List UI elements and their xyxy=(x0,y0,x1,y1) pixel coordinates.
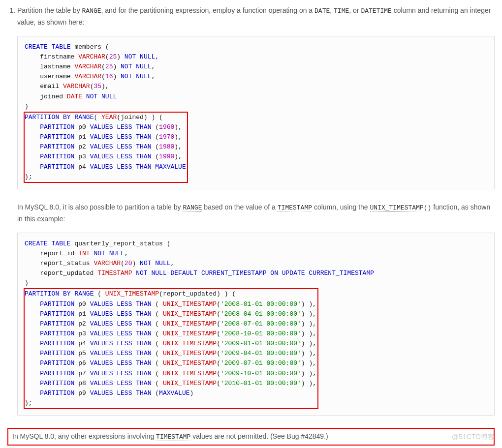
code-range: RANGE xyxy=(82,7,101,15)
highlight-partition-1: PARTITION BY RANGE( YEAR(joined) ) ( PAR… xyxy=(24,112,188,183)
code-unix-timestamp: UNIX_TIMESTAMP() xyxy=(370,204,432,212)
highlight-note: In MySQL 8.0, any other expressions invo… xyxy=(7,428,495,446)
code-timestamp2: TIMESTAMP xyxy=(156,433,190,441)
numbered-list: Partition the table by RANGE, and for th… xyxy=(7,5,495,416)
code-time: TIME xyxy=(334,7,349,15)
mid-paragraph: In MySQL 8.0, it is also possible to par… xyxy=(17,202,495,225)
highlight-partition-2: PARTITION BY RANGE ( UNIX_TIMESTAMP(repo… xyxy=(24,288,318,409)
code-datetime: DATETIME xyxy=(361,7,391,15)
code-block-quarterly: CREATE TABLE quarterly_report_status ( r… xyxy=(17,233,495,416)
intro-paragraph: Partition the table by RANGE, and for th… xyxy=(17,5,495,29)
list-item: Partition the table by RANGE, and for th… xyxy=(17,5,495,416)
watermark: @51CTO博客 xyxy=(452,431,495,443)
code-timestamp: TIMESTAMP xyxy=(278,204,312,212)
code-range2: RANGE xyxy=(183,204,202,212)
code-date: DATE xyxy=(314,7,330,15)
code-block-members: CREATE TABLE members ( firstname VARCHAR… xyxy=(17,36,495,189)
